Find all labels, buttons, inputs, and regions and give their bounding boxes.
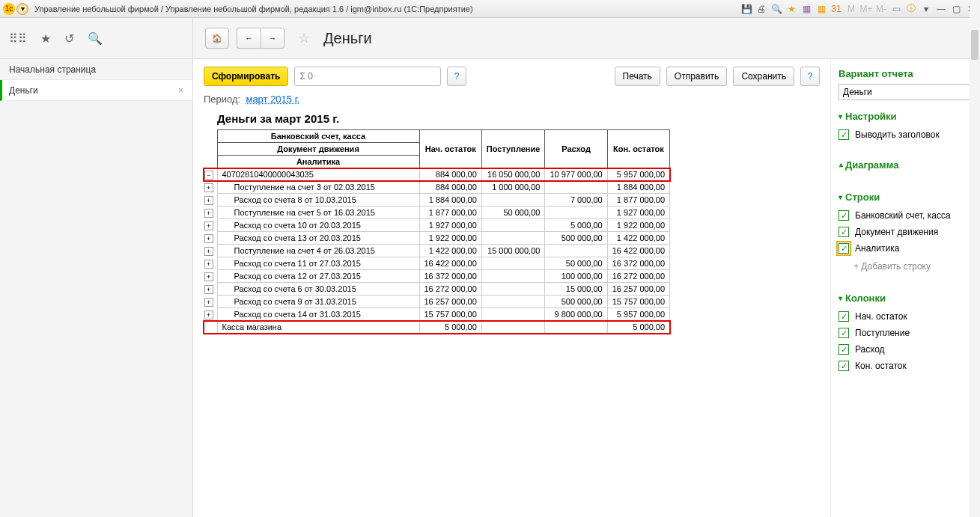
section-rows[interactable]: ▾Строки: [839, 192, 973, 203]
col-header-in: Поступление: [481, 130, 545, 168]
cell-value: [545, 181, 607, 194]
expand-icon[interactable]: +: [204, 285, 213, 294]
table-row[interactable]: +Поступление на счет 5 от 16.03.20151 87…: [204, 207, 670, 219]
print-button[interactable]: Печать: [615, 67, 660, 86]
history-icon[interactable]: ↺: [64, 31, 74, 46]
sidebar-item-label: Начальная страница: [9, 64, 96, 75]
expand-icon[interactable]: +: [204, 209, 213, 218]
window-titlebar: 1c ▾ Управление небольшой фирмой / Управ…: [0, 0, 980, 18]
grid2-icon[interactable]: ▦: [815, 3, 827, 15]
favorite-icon[interactable]: ★: [785, 3, 797, 15]
panels-icon[interactable]: ▭: [890, 3, 902, 15]
col-header-analytics: Аналитика: [217, 156, 419, 168]
table-row[interactable]: +Расход со счета 14 от 31.03.201515 757 …: [204, 308, 670, 321]
sidebar-item-money[interactable]: Деньги ×: [0, 80, 192, 101]
cell-value: 1 877 000,00: [607, 194, 669, 207]
chk-col-start[interactable]: ✓Нач. остаток: [839, 308, 973, 325]
app-dropdown-icon[interactable]: ▾: [16, 3, 28, 15]
chk-col-out[interactable]: ✓Расход: [839, 341, 973, 358]
expand-icon[interactable]: +: [204, 298, 213, 307]
expand-icon[interactable]: +: [204, 272, 213, 281]
sidebar-item-label: Деньги: [9, 85, 38, 96]
cell-value: [481, 283, 545, 296]
help-search-button[interactable]: ?: [447, 67, 466, 86]
checkbox-icon: ✓: [839, 361, 849, 371]
section-cols[interactable]: ▾Колонки: [839, 293, 973, 304]
chk-row-analytics[interactable]: ✓Аналитика: [839, 240, 973, 257]
main-content: Сформировать ? Печать Отправить Сохранит…: [193, 59, 980, 517]
period-value-link[interactable]: март 2015 г.: [246, 94, 299, 105]
apps-grid-icon[interactable]: ⠿⠿: [9, 31, 27, 46]
expand-icon[interactable]: +: [204, 247, 213, 256]
checkbox-icon: ✓: [839, 344, 849, 355]
preview-icon[interactable]: 🔍: [770, 3, 782, 15]
info-icon[interactable]: ⓘ: [905, 3, 917, 15]
cell-value: [481, 296, 545, 308]
table-row[interactable]: +Расход со счета 12 от 27.03.201516 372 …: [204, 270, 670, 283]
table-row[interactable]: Касса магазина5 000,005 000,00: [204, 321, 670, 334]
table-row[interactable]: +Поступление на счет 3 от 02.03.2015884 …: [204, 181, 670, 194]
back-button[interactable]: ←: [237, 28, 261, 49]
row-name: Поступление на счет 5 от 16.03.2015: [217, 207, 419, 219]
maximize-icon[interactable]: ▢: [950, 3, 962, 15]
expand-icon[interactable]: +: [204, 260, 213, 269]
print-icon[interactable]: 🖨: [755, 3, 767, 15]
variant-input[interactable]: [839, 84, 973, 100]
calendar-icon[interactable]: 31: [830, 3, 842, 15]
checkbox-icon: ✓: [839, 328, 849, 338]
forward-button[interactable]: →: [261, 28, 284, 49]
m-plus-icon[interactable]: M+: [860, 3, 872, 15]
sum-search-input[interactable]: [294, 67, 441, 86]
search-icon[interactable]: 🔍: [88, 31, 103, 46]
cell-value: 1 927 000,00: [607, 207, 669, 219]
chk-col-end[interactable]: ✓Кон. остаток: [839, 358, 973, 374]
send-button[interactable]: Отправить: [666, 67, 728, 86]
expand-icon[interactable]: +: [204, 196, 213, 205]
generate-button[interactable]: Сформировать: [204, 67, 288, 86]
minimize-icon[interactable]: —: [935, 3, 947, 15]
grid1-icon[interactable]: ▦: [800, 3, 812, 15]
cell-value: 16 272 000,00: [607, 270, 669, 283]
save-button[interactable]: Сохранить: [733, 67, 794, 86]
cell-value: 9 800 000,00: [545, 308, 607, 321]
chk-row-doc[interactable]: ✓Документ движения: [839, 224, 973, 240]
table-row[interactable]: +Расход со счета 11 от 27.03.201516 422 …: [204, 257, 670, 270]
cell-value: 10 977 000,00: [545, 168, 607, 181]
sidebar-item-home[interactable]: Начальная страница: [0, 59, 192, 80]
expand-icon[interactable]: +: [204, 234, 213, 243]
close-tab-icon[interactable]: ×: [178, 85, 183, 96]
checkbox-icon: ✓: [839, 227, 849, 237]
table-row[interactable]: +Поступление на счет 4 от 26.03.20151 42…: [204, 245, 670, 257]
table-row[interactable]: +Расход со счета 13 от 20.03.20151 922 0…: [204, 232, 670, 245]
star-icon[interactable]: ★: [40, 31, 51, 46]
m-minus-icon[interactable]: M-: [875, 3, 887, 15]
cell-value: 5 000,00: [545, 219, 607, 232]
cell-value: 884 000,00: [419, 168, 481, 181]
section-diagram[interactable]: ▸Диаграмма: [839, 159, 973, 171]
chk-row-account[interactable]: ✓Банковский счет, касса: [839, 207, 973, 224]
chk-col-in[interactable]: ✓Поступление: [839, 325, 973, 341]
save-icon[interactable]: 💾: [740, 3, 752, 15]
table-row[interactable]: +Расход со счета 6 от 30.03.201516 272 0…: [204, 283, 670, 296]
cell-value: [545, 245, 607, 257]
settings-scrollbar[interactable]: [970, 59, 980, 517]
add-row-link[interactable]: + Добавить строку: [839, 257, 973, 276]
page-favorite-icon[interactable]: ☆: [298, 30, 310, 46]
help-button[interactable]: ?: [800, 67, 820, 86]
table-row[interactable]: +Расход со счета 9 от 31.03.201516 257 0…: [204, 296, 670, 308]
expand-icon[interactable]: +: [204, 221, 213, 230]
m-icon[interactable]: M: [845, 3, 857, 15]
expand-icon[interactable]: +: [204, 310, 213, 319]
row-name: Расход со счета 11 от 27.03.2015: [217, 257, 419, 270]
section-settings[interactable]: ▾Настройки: [839, 111, 973, 122]
table-row[interactable]: −40702810400000043035884 000,0016 050 00…: [204, 168, 670, 181]
home-button[interactable]: 🏠: [205, 28, 229, 49]
expand-icon[interactable]: +: [204, 183, 213, 192]
table-row[interactable]: +Расход со счета 8 от 10.03.20151 884 00…: [204, 194, 670, 207]
dropdown2-icon[interactable]: ▾: [920, 3, 932, 15]
collapse-icon[interactable]: −: [204, 171, 213, 180]
table-row[interactable]: +Расход со счета 10 от 20.03.20151 927 0…: [204, 219, 670, 232]
cell-value: 100 000,00: [545, 270, 607, 283]
cell-value: 7 000,00: [545, 194, 607, 207]
chk-show-header[interactable]: ✓ Выводить заголовок: [839, 126, 973, 143]
